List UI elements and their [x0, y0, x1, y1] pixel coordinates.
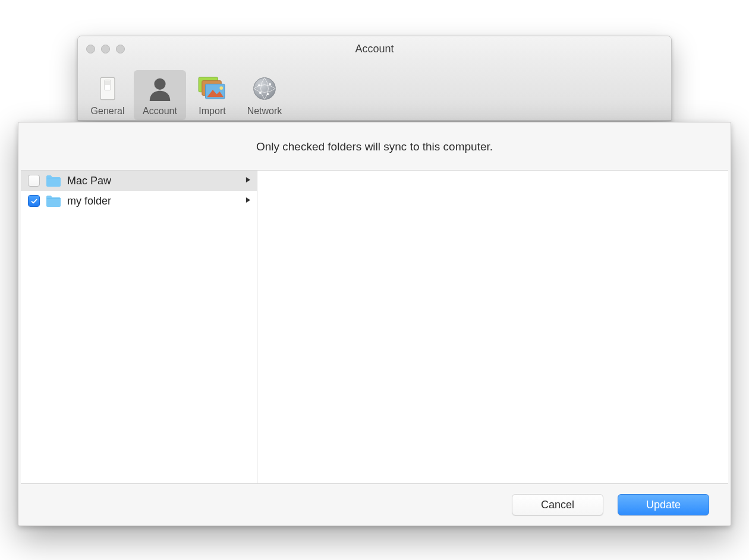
- person-icon: [144, 74, 175, 103]
- disclosure-triangle-icon[interactable]: [246, 197, 251, 205]
- zoom-window-button[interactable]: [116, 45, 125, 54]
- folder-name: my folder: [67, 195, 246, 207]
- toolbar-item-label: Account: [143, 106, 177, 117]
- svg-point-3: [154, 78, 165, 90]
- svg-point-11: [267, 93, 269, 95]
- toolbar-item-import[interactable]: Import: [186, 70, 238, 120]
- folder-name: Mac Paw: [67, 175, 246, 187]
- preferences-window: Account General Account: [77, 36, 672, 121]
- minimize-window-button[interactable]: [101, 45, 110, 54]
- cancel-button[interactable]: Cancel: [512, 494, 603, 515]
- folder-list: Mac Paw my folder: [21, 171, 257, 483]
- update-button[interactable]: Update: [618, 494, 709, 515]
- toolbar-item-network[interactable]: Network: [238, 70, 291, 120]
- button-label: Cancel: [541, 499, 574, 511]
- svg-point-12: [259, 92, 262, 95]
- window-title: Account: [78, 43, 671, 55]
- folder-icon: [46, 174, 61, 187]
- toolbar-item-general[interactable]: General: [81, 70, 134, 120]
- svg-point-8: [254, 78, 276, 100]
- network-globe-icon: [249, 74, 280, 103]
- disclosure-triangle-icon[interactable]: [246, 177, 251, 185]
- svg-rect-2: [105, 80, 110, 85]
- button-label: Update: [646, 499, 681, 511]
- folder-sync-sheet: Only checked folders will sync to this c…: [18, 122, 731, 526]
- photos-stack-icon: [197, 74, 228, 103]
- window-controls: [86, 45, 125, 54]
- folder-row[interactable]: my folder: [21, 191, 257, 211]
- sheet-description: Only checked folders will sync to this c…: [18, 122, 731, 170]
- sheet-body: Mac Paw my folder: [21, 170, 728, 484]
- folder-detail-pane: [257, 171, 728, 483]
- folder-checkbox[interactable]: [28, 195, 40, 207]
- folder-checkbox[interactable]: [28, 175, 40, 187]
- toolbar-item-label: Network: [247, 106, 282, 117]
- folder-row[interactable]: Mac Paw: [21, 171, 257, 191]
- sheet-footer: Cancel Update: [18, 484, 731, 526]
- toolbar-item-account[interactable]: Account: [134, 70, 186, 120]
- folder-icon: [46, 194, 61, 207]
- svg-point-10: [269, 83, 271, 86]
- preferences-toolbar: General Account: [78, 61, 671, 121]
- svg-point-9: [258, 84, 260, 87]
- toolbar-item-label: Import: [199, 106, 225, 117]
- svg-point-7: [219, 86, 223, 90]
- close-window-button[interactable]: [86, 45, 95, 54]
- toolbar-item-label: General: [91, 106, 125, 117]
- titlebar: Account: [78, 36, 671, 61]
- switch-icon: [92, 74, 123, 103]
